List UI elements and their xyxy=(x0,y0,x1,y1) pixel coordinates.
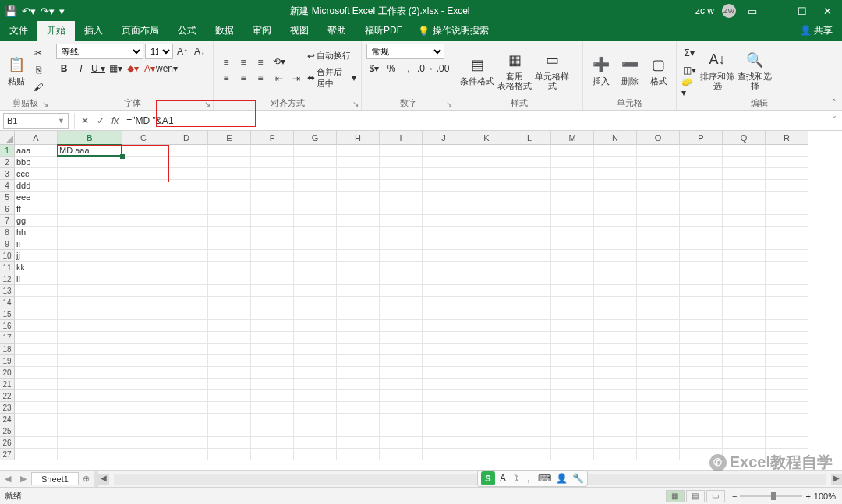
cell-L15[interactable] xyxy=(508,308,551,320)
cell-E9[interactable] xyxy=(208,238,251,250)
cell-P4[interactable] xyxy=(680,180,723,192)
col-header-M[interactable]: M xyxy=(551,131,594,145)
cell-E6[interactable] xyxy=(208,203,251,215)
cell-O22[interactable] xyxy=(637,390,680,402)
cell-M2[interactable] xyxy=(551,157,594,168)
cell-Q5[interactable] xyxy=(723,192,766,203)
cell-D2[interactable] xyxy=(165,157,208,168)
cell-I3[interactable] xyxy=(380,168,423,180)
cell-Q8[interactable] xyxy=(723,227,766,238)
cell-E27[interactable] xyxy=(208,449,251,460)
cell-I15[interactable] xyxy=(380,308,423,320)
cell-H2[interactable] xyxy=(337,157,380,168)
cell-N15[interactable] xyxy=(594,308,637,320)
cell-A14[interactable] xyxy=(15,297,58,308)
cell-M11[interactable] xyxy=(551,262,594,273)
cell-C21[interactable] xyxy=(122,379,165,390)
cell-E25[interactable] xyxy=(208,425,251,437)
cell-J2[interactable] xyxy=(423,157,465,168)
cell-C20[interactable] xyxy=(122,367,165,379)
cell-M24[interactable] xyxy=(551,414,594,425)
cell-D18[interactable] xyxy=(165,344,208,355)
cell-H18[interactable] xyxy=(337,344,380,355)
cell-A1[interactable]: aaa xyxy=(15,145,58,157)
cell-F7[interactable] xyxy=(251,215,294,227)
cell-C23[interactable] xyxy=(122,402,165,414)
cell-R15[interactable] xyxy=(766,308,808,320)
col-header-K[interactable]: K xyxy=(465,131,508,145)
cell-M8[interactable] xyxy=(551,227,594,238)
decrease-indent-icon[interactable]: ⇤ xyxy=(271,72,287,86)
cell-L22[interactable] xyxy=(508,390,551,402)
cell-J6[interactable] xyxy=(423,203,465,215)
cell-A3[interactable]: ccc xyxy=(15,168,58,180)
cell-M17[interactable] xyxy=(551,332,594,344)
cell-G26[interactable] xyxy=(294,437,337,449)
currency-icon[interactable]: $▾ xyxy=(366,62,382,76)
hscroll-track[interactable] xyxy=(114,474,826,485)
cell-D4[interactable] xyxy=(165,180,208,192)
cell-F9[interactable] xyxy=(251,238,294,250)
cell-H22[interactable] xyxy=(337,390,380,402)
cell-D7[interactable] xyxy=(165,215,208,227)
cell-F21[interactable] xyxy=(251,379,294,390)
cell-A4[interactable]: ddd xyxy=(15,180,58,192)
cell-O20[interactable] xyxy=(637,367,680,379)
row-header-9[interactable]: 9 xyxy=(0,238,15,250)
cells-area[interactable]: aaaMD aaabbbcccdddeeeffgghhiijjkkll xyxy=(15,145,842,470)
cell-N22[interactable] xyxy=(594,390,637,402)
cell-D20[interactable] xyxy=(165,367,208,379)
cell-G23[interactable] xyxy=(294,402,337,414)
cell-R8[interactable] xyxy=(766,227,808,238)
cell-C7[interactable] xyxy=(122,215,165,227)
cell-L5[interactable] xyxy=(508,192,551,203)
increase-indent-icon[interactable]: ⇥ xyxy=(288,72,304,86)
tab-home[interactable]: 开始 xyxy=(37,21,75,41)
cell-L23[interactable] xyxy=(508,402,551,414)
cell-F3[interactable] xyxy=(251,168,294,180)
cell-F5[interactable] xyxy=(251,192,294,203)
cell-P22[interactable] xyxy=(680,390,723,402)
cell-F14[interactable] xyxy=(251,297,294,308)
cell-A26[interactable] xyxy=(15,437,58,449)
cell-N7[interactable] xyxy=(594,215,637,227)
cell-M16[interactable] xyxy=(551,320,594,332)
cut-icon[interactable]: ✂ xyxy=(30,46,46,60)
hscroll-right-icon[interactable]: ▶ xyxy=(831,474,842,485)
cell-A16[interactable] xyxy=(15,320,58,332)
cell-R22[interactable] xyxy=(766,390,808,402)
row-header-17[interactable]: 17 xyxy=(0,332,15,344)
cell-J12[interactable] xyxy=(423,273,465,285)
cell-C5[interactable] xyxy=(122,192,165,203)
cell-G6[interactable] xyxy=(294,203,337,215)
cell-P21[interactable] xyxy=(680,379,723,390)
cell-M23[interactable] xyxy=(551,402,594,414)
row-header-23[interactable]: 23 xyxy=(0,402,15,414)
cell-B7[interactable] xyxy=(58,215,122,227)
cell-K14[interactable] xyxy=(465,297,508,308)
tell-me[interactable]: 💡 操作说明搜索 xyxy=(412,21,495,41)
cell-C24[interactable] xyxy=(122,414,165,425)
cell-I6[interactable] xyxy=(380,203,423,215)
cell-D19[interactable] xyxy=(165,355,208,367)
cell-B10[interactable] xyxy=(58,250,122,262)
cell-K8[interactable] xyxy=(465,227,508,238)
cell-M9[interactable] xyxy=(551,238,594,250)
cell-M4[interactable] xyxy=(551,180,594,192)
cell-M26[interactable] xyxy=(551,437,594,449)
col-header-A[interactable]: A xyxy=(15,131,58,145)
orientation-icon[interactable]: ⟲▾ xyxy=(271,55,287,69)
cell-A19[interactable] xyxy=(15,355,58,367)
cell-C8[interactable] xyxy=(122,227,165,238)
cell-O13[interactable] xyxy=(637,285,680,297)
cell-A10[interactable]: jj xyxy=(15,250,58,262)
cell-P6[interactable] xyxy=(680,203,723,215)
cell-E13[interactable] xyxy=(208,285,251,297)
close-icon[interactable]: ✕ xyxy=(819,5,836,17)
cell-Q2[interactable] xyxy=(723,157,766,168)
cell-H27[interactable] xyxy=(337,449,380,460)
cell-E26[interactable] xyxy=(208,437,251,449)
cell-O26[interactable] xyxy=(637,437,680,449)
cell-I4[interactable] xyxy=(380,180,423,192)
cell-J24[interactable] xyxy=(423,414,465,425)
